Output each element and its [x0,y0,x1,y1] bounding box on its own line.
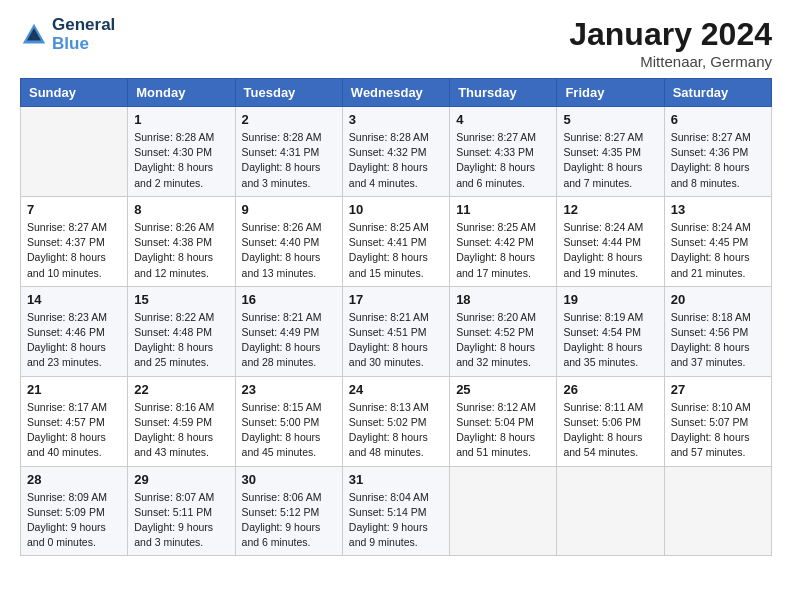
day-info: Sunrise: 8:16 AMSunset: 4:59 PMDaylight:… [134,400,228,461]
day-info: Sunrise: 8:10 AMSunset: 5:07 PMDaylight:… [671,400,765,461]
logo-icon [20,21,48,49]
day-number: 3 [349,112,443,127]
logo-text: General Blue [52,16,115,53]
calendar-cell [557,466,664,556]
day-info: Sunrise: 8:27 AMSunset: 4:35 PMDaylight:… [563,130,657,191]
day-number: 7 [27,202,121,217]
day-number: 13 [671,202,765,217]
day-info: Sunrise: 8:13 AMSunset: 5:02 PMDaylight:… [349,400,443,461]
day-number: 24 [349,382,443,397]
day-number: 21 [27,382,121,397]
calendar-cell: 3Sunrise: 8:28 AMSunset: 4:32 PMDaylight… [342,107,449,197]
day-number: 10 [349,202,443,217]
calendar-cell: 8Sunrise: 8:26 AMSunset: 4:38 PMDaylight… [128,196,235,286]
day-info: Sunrise: 8:21 AMSunset: 4:49 PMDaylight:… [242,310,336,371]
day-info: Sunrise: 8:06 AMSunset: 5:12 PMDaylight:… [242,490,336,551]
day-info: Sunrise: 8:26 AMSunset: 4:38 PMDaylight:… [134,220,228,281]
calendar-cell: 11Sunrise: 8:25 AMSunset: 4:42 PMDayligh… [450,196,557,286]
day-header-saturday: Saturday [664,79,771,107]
calendar-cell: 17Sunrise: 8:21 AMSunset: 4:51 PMDayligh… [342,286,449,376]
day-number: 8 [134,202,228,217]
calendar-header-row: SundayMondayTuesdayWednesdayThursdayFrid… [21,79,772,107]
day-number: 26 [563,382,657,397]
calendar-cell: 10Sunrise: 8:25 AMSunset: 4:41 PMDayligh… [342,196,449,286]
logo: General Blue [20,16,115,53]
day-number: 1 [134,112,228,127]
day-info: Sunrise: 8:28 AMSunset: 4:30 PMDaylight:… [134,130,228,191]
calendar-cell: 4Sunrise: 8:27 AMSunset: 4:33 PMDaylight… [450,107,557,197]
day-number: 28 [27,472,121,487]
calendar-cell: 6Sunrise: 8:27 AMSunset: 4:36 PMDaylight… [664,107,771,197]
day-info: Sunrise: 8:07 AMSunset: 5:11 PMDaylight:… [134,490,228,551]
day-number: 18 [456,292,550,307]
calendar-week-row: 7Sunrise: 8:27 AMSunset: 4:37 PMDaylight… [21,196,772,286]
calendar-cell: 28Sunrise: 8:09 AMSunset: 5:09 PMDayligh… [21,466,128,556]
day-info: Sunrise: 8:27 AMSunset: 4:36 PMDaylight:… [671,130,765,191]
day-info: Sunrise: 8:09 AMSunset: 5:09 PMDaylight:… [27,490,121,551]
day-number: 9 [242,202,336,217]
calendar-cell: 31Sunrise: 8:04 AMSunset: 5:14 PMDayligh… [342,466,449,556]
calendar-cell: 12Sunrise: 8:24 AMSunset: 4:44 PMDayligh… [557,196,664,286]
day-number: 31 [349,472,443,487]
calendar-cell: 13Sunrise: 8:24 AMSunset: 4:45 PMDayligh… [664,196,771,286]
day-number: 30 [242,472,336,487]
day-info: Sunrise: 8:28 AMSunset: 4:32 PMDaylight:… [349,130,443,191]
day-number: 27 [671,382,765,397]
day-number: 11 [456,202,550,217]
day-info: Sunrise: 8:21 AMSunset: 4:51 PMDaylight:… [349,310,443,371]
day-number: 5 [563,112,657,127]
calendar-cell: 24Sunrise: 8:13 AMSunset: 5:02 PMDayligh… [342,376,449,466]
calendar-cell: 1Sunrise: 8:28 AMSunset: 4:30 PMDaylight… [128,107,235,197]
day-info: Sunrise: 8:22 AMSunset: 4:48 PMDaylight:… [134,310,228,371]
day-number: 16 [242,292,336,307]
calendar-cell: 23Sunrise: 8:15 AMSunset: 5:00 PMDayligh… [235,376,342,466]
day-number: 4 [456,112,550,127]
month-title: January 2024 [569,16,772,53]
calendar-cell: 29Sunrise: 8:07 AMSunset: 5:11 PMDayligh… [128,466,235,556]
day-info: Sunrise: 8:24 AMSunset: 4:44 PMDaylight:… [563,220,657,281]
day-info: Sunrise: 8:25 AMSunset: 4:41 PMDaylight:… [349,220,443,281]
calendar-cell: 5Sunrise: 8:27 AMSunset: 4:35 PMDaylight… [557,107,664,197]
day-info: Sunrise: 8:12 AMSunset: 5:04 PMDaylight:… [456,400,550,461]
day-number: 19 [563,292,657,307]
calendar-cell: 9Sunrise: 8:26 AMSunset: 4:40 PMDaylight… [235,196,342,286]
calendar-cell: 21Sunrise: 8:17 AMSunset: 4:57 PMDayligh… [21,376,128,466]
calendar-cell: 26Sunrise: 8:11 AMSunset: 5:06 PMDayligh… [557,376,664,466]
calendar-body: 1Sunrise: 8:28 AMSunset: 4:30 PMDaylight… [21,107,772,556]
calendar-cell: 15Sunrise: 8:22 AMSunset: 4:48 PMDayligh… [128,286,235,376]
calendar-cell: 25Sunrise: 8:12 AMSunset: 5:04 PMDayligh… [450,376,557,466]
day-header-friday: Friday [557,79,664,107]
calendar-week-row: 28Sunrise: 8:09 AMSunset: 5:09 PMDayligh… [21,466,772,556]
day-info: Sunrise: 8:04 AMSunset: 5:14 PMDaylight:… [349,490,443,551]
calendar-table: SundayMondayTuesdayWednesdayThursdayFrid… [20,78,772,556]
day-info: Sunrise: 8:25 AMSunset: 4:42 PMDaylight:… [456,220,550,281]
day-info: Sunrise: 8:23 AMSunset: 4:46 PMDaylight:… [27,310,121,371]
calendar-cell: 7Sunrise: 8:27 AMSunset: 4:37 PMDaylight… [21,196,128,286]
day-info: Sunrise: 8:24 AMSunset: 4:45 PMDaylight:… [671,220,765,281]
day-info: Sunrise: 8:19 AMSunset: 4:54 PMDaylight:… [563,310,657,371]
calendar-cell: 20Sunrise: 8:18 AMSunset: 4:56 PMDayligh… [664,286,771,376]
day-header-wednesday: Wednesday [342,79,449,107]
calendar-cell: 16Sunrise: 8:21 AMSunset: 4:49 PMDayligh… [235,286,342,376]
day-info: Sunrise: 8:28 AMSunset: 4:31 PMDaylight:… [242,130,336,191]
day-info: Sunrise: 8:26 AMSunset: 4:40 PMDaylight:… [242,220,336,281]
day-header-monday: Monday [128,79,235,107]
page-header: General Blue January 2024 Mittenaar, Ger… [20,16,772,70]
calendar-cell: 14Sunrise: 8:23 AMSunset: 4:46 PMDayligh… [21,286,128,376]
day-number: 2 [242,112,336,127]
calendar-week-row: 14Sunrise: 8:23 AMSunset: 4:46 PMDayligh… [21,286,772,376]
calendar-week-row: 21Sunrise: 8:17 AMSunset: 4:57 PMDayligh… [21,376,772,466]
calendar-cell: 22Sunrise: 8:16 AMSunset: 4:59 PMDayligh… [128,376,235,466]
calendar-cell: 2Sunrise: 8:28 AMSunset: 4:31 PMDaylight… [235,107,342,197]
day-number: 23 [242,382,336,397]
day-header-tuesday: Tuesday [235,79,342,107]
day-number: 22 [134,382,228,397]
day-number: 14 [27,292,121,307]
day-info: Sunrise: 8:17 AMSunset: 4:57 PMDaylight:… [27,400,121,461]
day-info: Sunrise: 8:27 AMSunset: 4:33 PMDaylight:… [456,130,550,191]
day-header-sunday: Sunday [21,79,128,107]
calendar-cell [450,466,557,556]
day-number: 20 [671,292,765,307]
day-number: 6 [671,112,765,127]
day-number: 12 [563,202,657,217]
